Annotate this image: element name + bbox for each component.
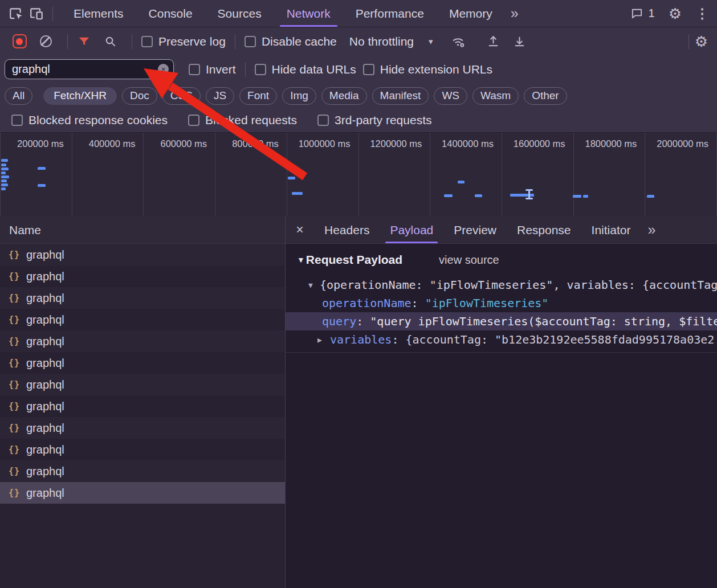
- request-row[interactable]: {}graphql: [0, 460, 285, 482]
- overview-timeline[interactable]: 200000 ms400000 ms600000 ms800000 ms1000…: [0, 132, 717, 217]
- import-har-button[interactable]: [483, 32, 504, 51]
- waterfall-mark: [1, 187, 6, 190]
- network-toolbar: Preserve log Disable cache No throttling…: [0, 27, 717, 55]
- request-row[interactable]: {}graphql: [0, 352, 285, 374]
- request-row[interactable]: {}graphql: [0, 309, 285, 330]
- inspect-element-button[interactable]: [6, 4, 26, 23]
- request-list: {}graphql{}graphql{}graphql{}graphql{}gr…: [0, 244, 285, 588]
- close-details-button[interactable]: ×: [286, 217, 314, 243]
- detail-tab-headers[interactable]: Headers: [314, 217, 380, 243]
- network-conditions-button[interactable]: [448, 32, 469, 51]
- view-source-link[interactable]: view source: [439, 254, 499, 267]
- collapse-icon[interactable]: ▼: [308, 281, 313, 289]
- request-row[interactable]: {}graphql: [0, 266, 285, 287]
- pill-media[interactable]: Media: [321, 87, 367, 105]
- waterfall-mark: [1, 164, 6, 166]
- record-network-log-button[interactable]: [9, 32, 30, 51]
- collapse-section-icon[interactable]: ▼: [297, 255, 305, 264]
- payload-value: {accountTag: "b12e3b2192ee5588fdad995178…: [405, 333, 714, 346]
- waterfall-mark: [288, 177, 295, 179]
- pill-font[interactable]: Font: [239, 87, 277, 105]
- tab-performance[interactable]: Performance: [343, 0, 437, 27]
- payload-row-variables[interactable]: ▶ variables{accountTag: "b12e3b2192ee558…: [286, 330, 717, 349]
- detail-tab-response[interactable]: Response: [507, 217, 581, 243]
- request-name: graphql: [26, 313, 64, 326]
- pill-ws[interactable]: WS: [434, 87, 467, 105]
- pill-css[interactable]: CSS: [162, 87, 201, 105]
- pill-wasm[interactable]: Wasm: [472, 87, 519, 105]
- pill-fetch-xhr[interactable]: Fetch/XHR: [43, 87, 117, 105]
- clear-filter-button[interactable]: ×: [158, 64, 169, 75]
- tab-sources[interactable]: Sources: [205, 0, 274, 27]
- request-row[interactable]: {}graphql: [0, 287, 285, 309]
- request-row[interactable]: {}graphql: [0, 482, 285, 504]
- name-column-header[interactable]: Name: [0, 217, 285, 244]
- waterfall-mark: [583, 195, 588, 198]
- request-name: graphql: [26, 357, 64, 370]
- expand-icon[interactable]: ▶: [317, 336, 322, 344]
- detail-tab-initiator[interactable]: Initiator: [581, 217, 641, 243]
- throttling-select[interactable]: No throttling ▾: [349, 35, 433, 48]
- more-detail-tabs-button[interactable]: »: [641, 223, 662, 237]
- invert-checkbox[interactable]: Invert: [189, 63, 236, 76]
- filter-toggle-button[interactable]: [74, 32, 94, 51]
- request-row[interactable]: {}graphql: [0, 439, 285, 460]
- waterfall-mark: [1, 172, 6, 174]
- tab-network[interactable]: Network: [274, 0, 343, 27]
- pill-img[interactable]: Img: [282, 87, 316, 105]
- inspect-cursor-icon: [9, 6, 23, 21]
- request-row[interactable]: {}graphql: [0, 395, 285, 417]
- more-tabs-button[interactable]: »: [505, 6, 524, 21]
- third-party-requests-checkbox[interactable]: 3rd-party requests: [317, 113, 431, 127]
- tab-console[interactable]: Console: [136, 0, 205, 27]
- payload-key: variables: [330, 333, 405, 346]
- pill-all[interactable]: All: [5, 87, 32, 105]
- request-row[interactable]: {}graphql: [0, 417, 285, 439]
- checkbox-box[interactable]: [255, 64, 266, 75]
- hide-data-urls-checkbox[interactable]: Hide data URLs: [255, 63, 356, 76]
- main-menu-button[interactable]: ⋮: [695, 7, 709, 21]
- checkbox-box[interactable]: [188, 115, 199, 126]
- checkbox-box[interactable]: [11, 115, 23, 126]
- waterfall-mark: [38, 184, 46, 187]
- request-row[interactable]: {}graphql: [0, 330, 285, 352]
- resource-filter-pills: AllFetch/XHRDocCSSJSFontImgMediaManifest…: [0, 83, 717, 108]
- payload-row-query[interactable]: query"query ipFlowTimeseries($accountTag…: [286, 312, 717, 330]
- kebab-icon: ⋮: [695, 6, 709, 21]
- checkbox-box[interactable]: [317, 115, 329, 126]
- request-name: graphql: [26, 335, 64, 348]
- request-name: graphql: [26, 487, 64, 500]
- payload-row-operation-name[interactable]: operationName"ipFlowTimeseries": [286, 294, 717, 312]
- pill-other[interactable]: Other: [524, 87, 567, 105]
- checkbox-box[interactable]: [141, 36, 153, 47]
- payload-root-row[interactable]: ▼ {operationName: "ipFlowTimeseries", va…: [286, 276, 717, 294]
- checkbox-box[interactable]: [245, 36, 256, 47]
- filter-input[interactable]: [5, 59, 174, 79]
- preserve-log-checkbox[interactable]: Preserve log: [141, 35, 226, 48]
- export-har-button[interactable]: [510, 32, 530, 51]
- detail-tab-preview[interactable]: Preview: [443, 217, 507, 243]
- checkbox-box[interactable]: [189, 64, 200, 75]
- tab-elements[interactable]: Elements: [61, 0, 136, 27]
- pill-js[interactable]: JS: [206, 87, 234, 105]
- hide-extension-urls-checkbox[interactable]: Hide extension URLs: [363, 63, 492, 76]
- disable-cache-checkbox[interactable]: Disable cache: [245, 35, 337, 48]
- issues-button[interactable]: 1: [630, 7, 655, 20]
- detail-tab-payload[interactable]: Payload: [380, 217, 443, 243]
- device-toolbar-button[interactable]: [26, 4, 47, 23]
- blocked-response-cookies-checkbox[interactable]: Blocked response cookies: [11, 113, 168, 127]
- pill-doc[interactable]: Doc: [122, 87, 157, 105]
- blocked-requests-checkbox[interactable]: Blocked requests: [188, 113, 297, 127]
- waterfall-mark: [1, 175, 9, 178]
- pill-manifest[interactable]: Manifest: [372, 87, 429, 105]
- throttling-value: No throttling: [349, 35, 414, 48]
- clear-network-log-button[interactable]: [35, 32, 56, 51]
- request-row[interactable]: {}graphql: [0, 374, 285, 395]
- settings-button[interactable]: ⚙: [669, 6, 682, 21]
- network-search-button[interactable]: [100, 32, 120, 51]
- checkbox-box[interactable]: [363, 64, 374, 75]
- request-row[interactable]: {}graphql: [0, 244, 285, 266]
- tab-memory[interactable]: Memory: [437, 0, 505, 27]
- waterfall-mark: [1, 168, 9, 170]
- network-settings-button[interactable]: ⚙: [695, 34, 708, 49]
